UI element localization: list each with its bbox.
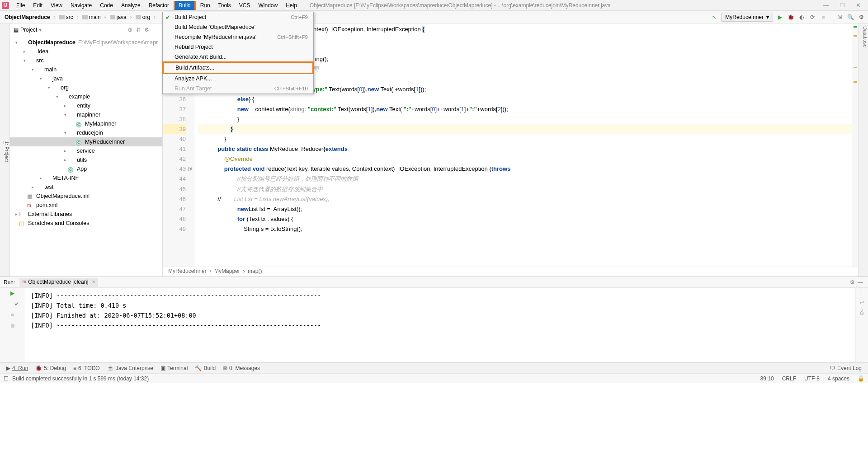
dump-icon[interactable]: ≣ <box>9 322 16 329</box>
tab-messages[interactable]: ✉ 0: Messages <box>219 364 264 372</box>
menu-run[interactable]: Run <box>197 1 214 10</box>
line-sep[interactable]: CRLF <box>782 375 796 382</box>
event-log[interactable]: 🗨 Event Log <box>826 364 865 372</box>
tree-scratches-and-consoles[interactable]: ◫Scratches and Consoles <box>10 219 162 228</box>
editor-breadcrumb[interactable]: MyReduceInner › MyMapper › map() <box>163 267 858 277</box>
maven-icon: m <box>22 279 26 284</box>
crumb-main[interactable]: main <box>80 13 103 21</box>
menu-edit[interactable]: Edit <box>29 1 46 10</box>
menu-analyze[interactable]: Analyze <box>118 1 144 10</box>
panel-title[interactable]: Project <box>20 27 37 33</box>
caret-pos[interactable]: 39:10 <box>760 375 774 382</box>
tab-todo[interactable]: ≡ 6: TODO <box>70 364 104 372</box>
maximize-icon[interactable]: ☐ <box>840 2 845 9</box>
debug-icon[interactable]: 🐞 <box>787 13 795 21</box>
tree-src[interactable]: ▾src <box>10 56 162 65</box>
crumb-org[interactable]: org <box>134 13 152 21</box>
menu-item-generate-ant-build-[interactable]: Generate Ant Build... <box>163 52 313 62</box>
run-gear-icon[interactable]: ⚙ <box>848 279 856 286</box>
menu-vcs[interactable]: VCS <box>236 1 254 10</box>
title-bar: IJ File Edit View Navigate Code Analyze … <box>0 0 868 11</box>
status-icon[interactable]: ☐ <box>4 375 9 382</box>
tree-app[interactable]: CApp <box>10 164 162 173</box>
close-icon[interactable]: ✕ <box>856 2 861 9</box>
minimize-icon[interactable]: — <box>823 2 829 9</box>
tree-objectmapreduce-iml[interactable]: ▦ObjectMapreduce.iml <box>10 192 162 201</box>
indent[interactable]: 4 spaces <box>828 375 849 382</box>
menu-navigate[interactable]: Navigate <box>67 1 95 10</box>
check-icon: ✔ <box>13 300 20 308</box>
select-opened-icon[interactable]: ⊕ <box>126 27 134 33</box>
stop-icon[interactable]: ■ <box>819 13 827 21</box>
build-highlight: Build <box>174 1 196 10</box>
project-tree[interactable]: ▾ObjectMapreduceE:\MyEclipse\Workspaces\… <box>10 36 162 277</box>
update-icon[interactable]: ⇲ <box>835 13 844 21</box>
menu-item-build-artifacts-[interactable]: Build Artifacts... <box>164 63 312 73</box>
tree-utils[interactable]: ▸utils <box>10 155 162 164</box>
expand-icon[interactable]: ⇵ <box>134 27 142 33</box>
menu-help[interactable]: Help <box>282 1 301 10</box>
chevron-down-icon[interactable]: ▾ <box>39 27 42 33</box>
run-header: Run: m ObjectMapreduce [clean] × ⚙ — <box>0 277 868 288</box>
crumb-root[interactable]: ObjectMapreduce <box>3 13 52 21</box>
menu-file[interactable]: File <box>13 1 28 10</box>
crumb-java[interactable]: java <box>108 13 128 21</box>
hide-icon[interactable]: — <box>151 27 159 33</box>
tree-external-libraries[interactable]: ▸External Libraries <box>10 210 162 219</box>
crumb-src[interactable]: src <box>57 13 75 21</box>
tree-reducejoin[interactable]: ▾reducejoin <box>10 128 162 137</box>
run-config-combo[interactable]: MyReduceInner ▾ <box>721 13 773 22</box>
tree-service[interactable]: ▸service <box>10 146 162 155</box>
menu-item-analyze-apk-[interactable]: Analyze APK... <box>163 74 313 84</box>
menu-build[interactable]: Build <box>175 1 194 10</box>
tree-mymapinner[interactable]: CMyMapInner <box>10 119 162 128</box>
menu-item-build-module-objectmapreduce-[interactable]: Build Module 'ObjectMapreduce' <box>163 22 313 32</box>
menu-view[interactable]: View <box>47 1 66 10</box>
tree-mapinner[interactable]: ▾mapinner <box>10 110 162 119</box>
menu-code[interactable]: Code <box>96 1 117 10</box>
scroll-icon[interactable]: ↑ <box>861 290 863 296</box>
menu-tools[interactable]: Tools <box>215 1 235 10</box>
tree-example[interactable]: ▾example <box>10 92 162 101</box>
wrap-icon[interactable]: ↵ <box>860 300 864 306</box>
search-icon[interactable]: 🔍 <box>846 13 854 21</box>
tab-build[interactable]: 🔨 Build <box>191 364 219 372</box>
print-icon[interactable]: ⎙ <box>860 309 863 316</box>
tree-entity[interactable]: ▸entity <box>10 101 162 110</box>
tree-java[interactable]: ▾java <box>10 74 162 83</box>
tree--idea[interactable]: ▸.idea <box>10 47 162 56</box>
menu-window[interactable]: Window <box>255 1 281 10</box>
tab-run[interactable]: ▶ 4: Run <box>3 364 32 372</box>
menu-item-recompile-myreduceinner-java-[interactable]: Recompile 'MyReduceInner.java'Ctrl+Shift… <box>163 32 313 42</box>
menu-item-rebuild-project[interactable]: Rebuild Project <box>163 42 313 52</box>
menu-item-build-project[interactable]: ✔Build ProjectCtrl+F9 <box>163 12 313 22</box>
run-output[interactable]: [INFO] ---------------------------------… <box>25 288 855 362</box>
tab-terminal[interactable]: ▣ Terminal <box>157 364 191 372</box>
tree-org[interactable]: ▾org <box>10 83 162 92</box>
profile-icon[interactable]: ⟳ <box>808 13 816 21</box>
encoding[interactable]: UTF-8 <box>804 375 820 382</box>
coverage-icon[interactable]: ◐ <box>797 13 806 21</box>
tree-myreduceinner[interactable]: CMyReduceInner <box>10 137 162 146</box>
lock-icon[interactable]: 🔓 <box>858 375 864 382</box>
settings-icon[interactable]: ⚙ <box>857 13 865 21</box>
back-icon[interactable]: ↖ <box>710 13 718 21</box>
error-stripe[interactable] <box>852 23 858 267</box>
stop-icon[interactable]: ■ <box>9 311 16 319</box>
run-icon[interactable]: ▶ <box>776 13 784 21</box>
tab-jee[interactable]: ☕ Java Enterprise <box>104 364 157 372</box>
gear-icon[interactable]: ⚙ <box>142 27 151 33</box>
run-tab[interactable]: m ObjectMapreduce [clean] × <box>19 278 98 287</box>
tree-meta-inf[interactable]: ▸META-INF <box>10 173 162 183</box>
right-tool-strip[interactable]: Database Ant m Maven <box>858 23 868 277</box>
menu-refactor[interactable]: Refactor <box>145 1 173 10</box>
left-tool-strip[interactable]: 1: Project <box>0 23 10 277</box>
run-hide-icon[interactable]: — <box>856 279 864 286</box>
close-tab-icon[interactable]: × <box>92 279 95 285</box>
tree-main[interactable]: ▾main <box>10 65 162 74</box>
tree-test[interactable]: ▸test <box>10 183 162 192</box>
rerun-icon[interactable]: ▶ <box>9 290 16 297</box>
tab-debug[interactable]: 🐞 5: Debug <box>32 364 70 372</box>
tree-pom-xml[interactable]: mpom.xml <box>10 201 162 210</box>
tree-objectmapreduce[interactable]: ▾ObjectMapreduceE:\MyEclipse\Workspaces\… <box>10 38 162 47</box>
